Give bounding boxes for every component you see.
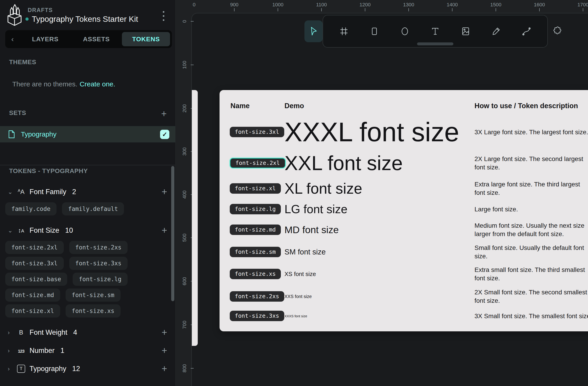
add-set-icon[interactable]: +	[159, 109, 169, 119]
token-description[interactable]: 3X Small font size. The smallest font si…	[475, 312, 588, 320]
text-tool-icon[interactable]	[426, 20, 444, 42]
sidebar-token-pill[interactable]: font-size.sm	[66, 289, 121, 302]
file-menu-kebab-icon[interactable]	[159, 10, 168, 22]
group-count: 2	[72, 188, 76, 196]
path-tool-icon[interactable]	[517, 20, 536, 42]
add-token-icon[interactable]: +	[159, 186, 169, 197]
sidebar-token-pill[interactable]: font-size.2xl	[5, 241, 64, 254]
demo-text[interactable]: XXXL font size	[284, 116, 459, 147]
font-size-icon: ↕A	[16, 227, 26, 234]
add-token-icon[interactable]: +	[159, 345, 169, 356]
token-group-row[interactable]: ⌄ AA Font Family 2 +	[0, 183, 175, 201]
sidebar-token-pill[interactable]: font-size.base	[5, 273, 67, 286]
add-token-icon[interactable]: +	[159, 225, 169, 236]
toolbar-drag-handle[interactable]	[417, 42, 453, 45]
adjacent-board-edge[interactable]	[192, 90, 198, 346]
set-file-icon	[8, 130, 15, 138]
create-theme-link[interactable]: Create one.	[80, 80, 115, 88]
token-chip[interactable]: font-size.md	[230, 225, 281, 235]
plugins-tool-icon[interactable]	[548, 20, 566, 42]
chevron-icon[interactable]: ›	[8, 347, 15, 354]
ruler-tick	[321, 8, 322, 11]
chevron-icon[interactable]: ⌄	[8, 189, 15, 195]
sidebar-token-pill[interactable]: family.code	[5, 202, 57, 215]
token-documentation-board[interactable]: Name Demo How to use / Token description…	[220, 90, 588, 331]
penpot-logo-icon	[5, 4, 24, 26]
token-chip[interactable]: font-size.xl	[230, 183, 281, 194]
board-tool-icon[interactable]	[335, 20, 353, 42]
column-header-description: How to use / Token description	[475, 102, 578, 110]
sidebar-token-pill[interactable]: font-size.md	[5, 289, 60, 302]
ruler-mark: 1100	[316, 2, 327, 8]
token-group-row[interactable]: › T Typography 12 +	[0, 360, 175, 378]
token-description[interactable]: Medium font size. Usually the next size …	[475, 221, 588, 238]
pencil-tool-icon[interactable]	[487, 20, 505, 42]
design-toolbar	[323, 15, 548, 48]
file-title[interactable]: Typography Tokens Starter Kit	[32, 15, 138, 24]
token-groups-list: ⌄ AA Font Family 2 + family.codefamily.d…	[0, 183, 175, 378]
project-breadcrumb[interactable]: DRAFTS	[28, 7, 53, 13]
image-tool-icon[interactable]	[457, 20, 475, 42]
demo-text[interactable]: XL font size	[284, 180, 362, 197]
add-token-icon[interactable]: +	[159, 363, 169, 374]
token-chip[interactable]: font-size.3xl	[230, 127, 284, 137]
add-token-icon[interactable]: +	[159, 327, 169, 338]
sidebar-token-pill[interactable]: font-size.xs	[66, 304, 121, 317]
cursor-tool-icon[interactable]	[304, 20, 323, 42]
ruler-tick	[496, 8, 496, 11]
sidebar-token-pill[interactable]: font-size.3xs	[69, 257, 128, 270]
ruler-mark: 1700	[578, 2, 588, 8]
tab-layers[interactable]: LAYERS	[20, 32, 71, 46]
token-description[interactable]: Large font size.	[475, 205, 588, 213]
token-description[interactable]: 2X Small font size. The second smallest …	[475, 288, 588, 305]
chevron-icon[interactable]: ⌄	[8, 227, 15, 234]
token-chip[interactable]: font-size.3xs	[230, 311, 284, 321]
token-chip[interactable]: font-size.lg	[230, 204, 281, 214]
sidebar-token-pill[interactable]: family.default	[62, 202, 124, 215]
token-description[interactable]: Extra small font size. The third smalles…	[475, 266, 588, 282]
demo-text[interactable]: SM font size	[284, 248, 326, 256]
demo-text[interactable]: LG font size	[284, 202, 347, 216]
sidebar-token-pill[interactable]: font-size.3xl	[5, 257, 64, 270]
ruler-mark: 300	[182, 145, 187, 158]
tab-tokens[interactable]: TOKENS	[122, 32, 170, 46]
column-header-name: Name	[231, 102, 250, 110]
token-group-row[interactable]: › B Font Weight 4 +	[0, 323, 175, 342]
token-description[interactable]: 2X Large font size. The second largest f…	[475, 155, 588, 172]
set-row-typography[interactable]: Typography ✓	[0, 126, 175, 142]
demo-text[interactable]: XXS font size	[284, 294, 312, 299]
ruler-tick	[452, 8, 452, 11]
typography-icon: T	[16, 365, 26, 373]
column-header-demo: Demo	[284, 102, 304, 110]
token-description[interactable]: Small font size. Usually the default fon…	[475, 244, 588, 260]
demo-text[interactable]: XS font size	[284, 270, 316, 278]
tab-assets[interactable]: ASSETS	[71, 32, 122, 46]
ellipse-tool-icon[interactable]	[396, 20, 414, 42]
chevron-icon[interactable]: ›	[8, 329, 15, 336]
demo-text[interactable]: XXXS font size	[284, 314, 307, 318]
token-chip[interactable]: font-size.2xl	[230, 158, 286, 168]
rectangle-tool-icon[interactable]	[365, 20, 383, 42]
collapse-sidebar-icon[interactable]: ‹	[5, 35, 20, 43]
demo-text[interactable]: MD font size	[284, 224, 339, 235]
ruler-tick	[408, 8, 409, 11]
tokens-section-header: TOKENS - TYPOGRAPHY	[9, 167, 88, 175]
chevron-icon[interactable]: ›	[8, 365, 15, 372]
token-description[interactable]: 3X Large font size. The largest font siz…	[475, 128, 588, 136]
sidebar-scrollbar[interactable]	[171, 166, 174, 301]
ruler-tick	[234, 8, 234, 11]
token-chip[interactable]: font-size.2xs	[230, 291, 284, 302]
group-count: 4	[73, 328, 77, 337]
set-checkbox[interactable]: ✓	[160, 130, 169, 139]
demo-text[interactable]: XXL font size	[284, 152, 403, 175]
token-group-row[interactable]: › 123 Number 1 +	[0, 342, 175, 360]
token-chip[interactable]: font-size.sm	[230, 247, 281, 257]
token-group-row[interactable]: ⌄ ↕A Font Size 10 +	[0, 221, 175, 239]
sidebar-token-pill[interactable]: font-size.xl	[5, 304, 60, 317]
set-name: Typography	[21, 130, 57, 138]
token-group: › B Font Weight 4 +	[0, 323, 175, 342]
sidebar-token-pill[interactable]: font-size.2xs	[69, 241, 128, 254]
token-description[interactable]: Extra large font size. The third largest…	[475, 180, 588, 197]
token-chip[interactable]: font-size.xs	[230, 269, 281, 279]
sidebar-token-pill[interactable]: font-size.lg	[73, 273, 127, 286]
